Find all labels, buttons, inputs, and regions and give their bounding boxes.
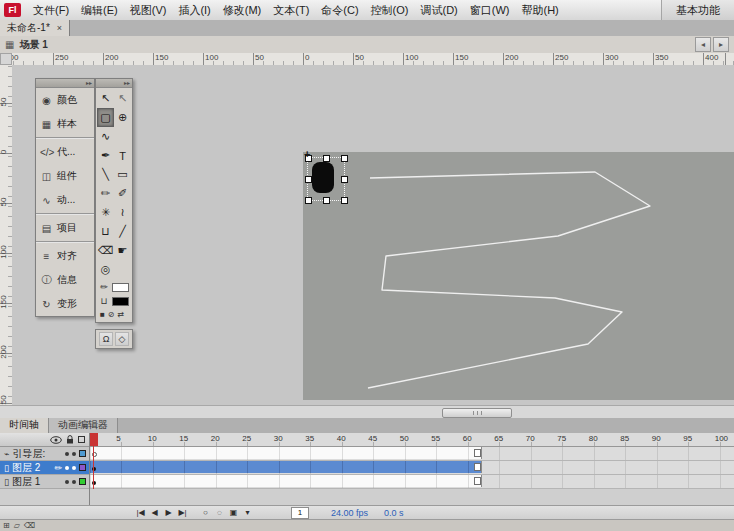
timeline-nav-button[interactable]: ◀ xyxy=(149,507,160,519)
playhead-marker[interactable] xyxy=(90,433,98,446)
layer-frames-row[interactable] xyxy=(90,475,734,489)
layer-outline-color[interactable] xyxy=(79,450,86,457)
onion-skin-button[interactable]: ○ xyxy=(200,507,211,519)
layer-lock-dot[interactable] xyxy=(72,466,76,470)
panel-item-transform[interactable]: ↻ 变形 xyxy=(36,292,94,316)
menu-item[interactable]: 帮助(H) xyxy=(516,1,565,20)
outline-view-icon[interactable] xyxy=(78,436,85,443)
eraser-tool[interactable]: ⌫ xyxy=(97,241,114,260)
transform-handle[interactable] xyxy=(323,155,330,162)
frame-span[interactable] xyxy=(90,475,482,487)
forward-button[interactable]: ▸ xyxy=(713,37,729,52)
layer-row-layer1[interactable]: ▯ 图层 1 xyxy=(0,475,89,489)
3d-rotation-tool[interactable]: ⊕ xyxy=(114,108,131,127)
bone-tool[interactable]: ≀ xyxy=(114,203,131,222)
fill-color-control[interactable]: ⊔ xyxy=(96,294,132,308)
layer-frames-row[interactable] xyxy=(90,447,734,461)
zoom-tool[interactable]: ◎ xyxy=(97,260,114,279)
fill-color-chip[interactable] xyxy=(112,297,129,306)
tab-timeline[interactable]: 时间轴 xyxy=(0,418,49,433)
drawn-outline-shape[interactable] xyxy=(303,152,734,400)
menu-item[interactable]: 命令(C) xyxy=(315,1,364,20)
layer-name[interactable]: 图层 1 xyxy=(12,475,62,489)
layer-visibility-dot[interactable] xyxy=(65,466,69,470)
frame-span[interactable] xyxy=(90,461,482,473)
rectangle-tool[interactable]: ▭ xyxy=(114,165,131,184)
selection-tool[interactable]: ↖ xyxy=(97,89,114,108)
menu-item[interactable]: 窗口(W) xyxy=(464,1,516,20)
new-folder-button[interactable]: ▱ xyxy=(14,521,20,531)
layer-visibility-dot[interactable] xyxy=(65,480,69,484)
new-layer-button[interactable]: ⊞ xyxy=(3,521,10,531)
timeline-nav-button[interactable]: ▶| xyxy=(177,507,188,519)
frame-span[interactable] xyxy=(90,447,482,459)
object-drawing-button[interactable]: ◇ xyxy=(115,332,129,346)
transform-handle[interactable] xyxy=(341,176,348,183)
onion-skin-button[interactable]: ▾ xyxy=(242,507,253,519)
menu-item[interactable]: 编辑(E) xyxy=(75,1,124,20)
current-frame-field[interactable]: 1 xyxy=(291,507,309,519)
selected-shape[interactable] xyxy=(312,162,334,193)
free-transform-tool[interactable]: ▢ xyxy=(97,108,114,127)
menu-item[interactable]: 文本(T) xyxy=(267,1,315,20)
close-icon[interactable]: × xyxy=(57,23,62,33)
layer-lock-dot[interactable] xyxy=(72,480,76,484)
stage-canvas[interactable]: + xyxy=(303,152,734,400)
menu-item[interactable]: 插入(I) xyxy=(172,1,216,20)
panel-item-components[interactable]: ◫ 组件 xyxy=(36,164,94,188)
hand-tool[interactable]: ☛ xyxy=(114,241,131,260)
timeline-nav-button[interactable]: ▶ xyxy=(163,507,174,519)
layer-frames-row[interactable] xyxy=(90,461,734,475)
frame-rate-field[interactable]: 24.00 fps xyxy=(331,508,368,518)
subselection-tool[interactable]: ↖ xyxy=(114,89,131,108)
delete-layer-button[interactable]: ⌫ xyxy=(24,521,35,531)
menu-item[interactable]: 修改(M) xyxy=(217,1,268,20)
panel-item-align[interactable]: ≡ 对齐 xyxy=(36,244,94,268)
layer-visibility-dot[interactable] xyxy=(65,452,69,456)
stroke-color-control[interactable]: ✏ xyxy=(96,280,132,294)
menu-item[interactable]: 视图(V) xyxy=(124,1,173,20)
layer-outline-color[interactable] xyxy=(79,478,86,485)
collapse-to-icons-button[interactable]: ▸▸ xyxy=(36,79,94,88)
scrollbar-thumb[interactable] xyxy=(442,408,512,418)
panel-item-swatches[interactable]: ▦ 样本 xyxy=(36,112,94,136)
transform-handle[interactable] xyxy=(305,176,312,183)
layer-name[interactable]: 图层 2 xyxy=(12,461,52,475)
stroke-color-chip[interactable] xyxy=(112,283,129,292)
menu-item[interactable]: 控制(O) xyxy=(365,1,415,20)
workspace-switcher-button[interactable]: 基本功能 xyxy=(661,0,734,20)
lock-icon[interactable] xyxy=(66,435,74,444)
tab-motion-editor[interactable]: 动画编辑器 xyxy=(49,418,118,433)
app-logo-icon[interactable]: Fl xyxy=(4,3,21,17)
eyedropper-tool[interactable]: ╱ xyxy=(114,222,131,241)
scene-breadcrumb[interactable]: 场景 1 xyxy=(19,38,47,52)
frames-area[interactable]: 5101520253035404550556065707580859095100 xyxy=(90,433,734,505)
panel-item-project[interactable]: ▤ 项目 xyxy=(36,216,94,240)
menu-item[interactable]: 文件(F) xyxy=(27,1,75,20)
timeline-nav-button[interactable]: |◀ xyxy=(135,507,146,519)
lasso-tool[interactable]: ∿ xyxy=(97,127,114,146)
layer-lock-dot[interactable] xyxy=(72,452,76,456)
pencil-tool[interactable]: ✏ xyxy=(97,184,114,203)
layer-name[interactable]: 引导层: xyxy=(12,447,62,461)
panel-item-motion-presets[interactable]: ∿ 动... xyxy=(36,188,94,212)
document-tab[interactable]: 未命名-1* × xyxy=(0,20,70,36)
menu-item[interactable]: 调试(D) xyxy=(415,1,464,20)
back-button[interactable]: ◂ xyxy=(695,37,711,52)
transform-handle[interactable] xyxy=(341,155,348,162)
no-color-button[interactable]: ⊘ xyxy=(108,310,115,319)
eye-icon[interactable] xyxy=(50,436,62,444)
panel-item-info[interactable]: ⓘ 信息 xyxy=(36,268,94,292)
swap-colors-button[interactable]: ⇄ xyxy=(118,310,125,319)
snap-to-objects-button[interactable]: Ω xyxy=(99,332,113,346)
collapse-to-icons-button[interactable]: ▸▸ xyxy=(96,79,132,88)
black-white-button[interactable]: ■ xyxy=(100,310,105,319)
layer-row-layer2[interactable]: ▯ 图层 2 ✏ xyxy=(0,461,89,475)
layer-outline-color[interactable] xyxy=(79,464,86,471)
pen-tool[interactable]: ✒ xyxy=(97,146,114,165)
onion-skin-button[interactable]: ▣ xyxy=(228,507,239,519)
frame-ruler[interactable]: 5101520253035404550556065707580859095100 xyxy=(90,433,734,447)
transform-handle[interactable] xyxy=(341,197,348,204)
panel-item-code-snippets[interactable]: </> 代... xyxy=(36,140,94,164)
transform-handle[interactable] xyxy=(305,197,312,204)
